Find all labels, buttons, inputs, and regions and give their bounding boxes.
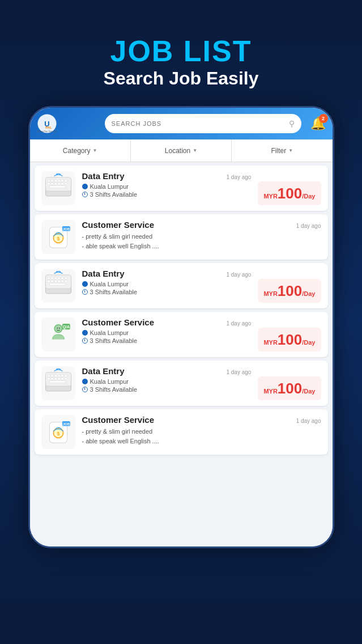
svg-rect-33 xyxy=(51,280,53,282)
svg-rect-8 xyxy=(54,180,57,181)
svg-rect-34 xyxy=(54,280,57,282)
shifts-text: 3 Shifts Available xyxy=(90,337,138,344)
svg-rect-27 xyxy=(51,277,53,279)
phone-mockup: U PAL Instant Part Time Job ⚲ 🔔 2 Catego… xyxy=(28,106,334,548)
category-filter[interactable]: Category ▼ xyxy=(30,139,131,162)
svg-text:Instant Part Time Job: Instant Part Time Job xyxy=(37,130,57,133)
job-info: Data Entry 1 day ago Kuala Lumpur 3 Shif… xyxy=(82,366,252,393)
job-shifts: 3 Shifts Available xyxy=(82,337,252,344)
svg-rect-6 xyxy=(47,180,49,181)
job-card[interactable]: Q/A Customer Service 1 day ago Kuala Lum… xyxy=(35,312,328,357)
svg-text:JOB: JOB xyxy=(62,227,70,231)
location-pin-icon xyxy=(82,379,88,384)
job-title-row: Customer Service 1 day ago xyxy=(82,415,321,427)
location-text: Kuala Lumpur xyxy=(90,183,129,190)
job-shifts: 3 Shifts Available xyxy=(82,386,252,393)
price-currency: MYR xyxy=(263,193,277,200)
svg-rect-16 xyxy=(61,183,63,184)
svg-rect-58 xyxy=(49,381,65,383)
svg-rect-54 xyxy=(54,378,57,379)
hero-title: JOB LIST xyxy=(104,34,259,68)
price-per: /Day xyxy=(302,339,315,346)
job-card[interactable]: Data Entry 1 day ago Kuala Lumpur 3 Shif… xyxy=(35,166,328,211)
job-location: Kuala Lumpur xyxy=(82,281,252,287)
job-info: Data Entry 1 day ago Kuala Lumpur 3 Shif… xyxy=(82,171,252,198)
price-amount: 100 xyxy=(278,185,302,202)
job-time: 1 day ago xyxy=(226,272,251,278)
job-card[interactable]: $ JOB Customer Service 1 day ago - prett… xyxy=(35,409,328,455)
svg-rect-55 xyxy=(58,378,60,379)
job-location: Kuala Lumpur xyxy=(82,183,252,190)
location-filter[interactable]: Location ▼ xyxy=(131,139,232,162)
price-box: MYR100/Day xyxy=(258,328,321,351)
svg-rect-57 xyxy=(65,378,67,379)
desc-line2: - able speak well English .... xyxy=(82,242,321,251)
category-arrow: ▼ xyxy=(93,148,97,153)
svg-text:$: $ xyxy=(57,431,59,437)
svg-rect-49 xyxy=(58,375,60,376)
job-icon xyxy=(41,171,75,205)
svg-point-40 xyxy=(57,328,58,329)
search-input[interactable] xyxy=(112,120,286,127)
svg-point-39 xyxy=(54,325,62,333)
price-currency: MYR xyxy=(263,339,277,346)
location-pin-icon xyxy=(82,330,88,336)
svg-rect-17 xyxy=(65,183,67,184)
search-icon: ⚲ xyxy=(289,119,295,128)
filter-label: Filter xyxy=(271,147,287,155)
job-info: Customer Service 1 day ago - pretty & sl… xyxy=(82,415,321,446)
logo: U PAL Instant Part Time Job xyxy=(37,113,99,134)
job-card[interactable]: Data Entry 1 day ago Kuala Lumpur 3 Shif… xyxy=(35,361,328,406)
job-card[interactable]: $ JOB Customer Service 1 day ago - prett… xyxy=(35,214,328,260)
price-box: MYR100/Day xyxy=(258,279,321,303)
search-bar[interactable]: ⚲ xyxy=(105,114,301,133)
svg-rect-48 xyxy=(54,375,57,376)
job-icon: Q/A xyxy=(41,317,75,351)
job-card[interactable]: Data Entry 1 day ago Kuala Lumpur 3 Shif… xyxy=(35,263,328,308)
svg-rect-10 xyxy=(61,180,63,181)
job-title: Data Entry xyxy=(82,269,125,278)
location-text: Kuala Lumpur xyxy=(90,329,129,336)
logo-icon: U PAL Instant Part Time Job xyxy=(37,113,57,134)
clock-icon xyxy=(82,338,88,344)
shifts-text: 3 Shifts Available xyxy=(90,289,138,295)
job-location: Kuala Lumpur xyxy=(82,329,252,336)
location-label: Location xyxy=(165,147,190,155)
location-pin-icon xyxy=(82,184,88,189)
svg-text:Q/A: Q/A xyxy=(62,325,69,329)
svg-rect-56 xyxy=(61,378,63,379)
svg-rect-7 xyxy=(51,180,53,181)
price-amount: 100 xyxy=(278,331,302,348)
location-arrow: ▼ xyxy=(193,148,197,153)
job-title-row: Data Entry 1 day ago xyxy=(82,269,252,281)
svg-rect-14 xyxy=(54,183,57,184)
job-title-row: Data Entry 1 day ago xyxy=(82,366,252,378)
hero-subtitle: Search Job Easily xyxy=(104,68,259,89)
job-icon xyxy=(41,366,75,400)
job-title: Customer Service xyxy=(82,317,155,327)
clock-icon xyxy=(82,387,88,392)
job-title-row: Data Entry 1 day ago xyxy=(82,171,252,183)
desc-line1: - pretty & slim girl needed xyxy=(82,427,321,437)
svg-rect-52 xyxy=(47,378,49,379)
job-title: Customer Service xyxy=(82,220,155,230)
filter-filter[interactable]: Filter ▼ xyxy=(232,139,332,162)
svg-point-41 xyxy=(58,328,59,329)
job-list: Data Entry 1 day ago Kuala Lumpur 3 Shif… xyxy=(30,162,333,548)
job-shifts: 3 Shifts Available xyxy=(82,289,252,295)
job-icon: $ JOB xyxy=(41,220,75,254)
shifts-text: 3 Shifts Available xyxy=(90,191,138,198)
app-navbar: U PAL Instant Part Time Job ⚲ 🔔 2 xyxy=(30,108,333,139)
notification-bell[interactable]: 🔔 2 xyxy=(310,116,326,131)
clock-icon xyxy=(82,289,88,295)
job-time: 1 day ago xyxy=(296,223,321,229)
svg-rect-38 xyxy=(49,283,65,285)
filter-arrow: ▼ xyxy=(288,148,293,153)
job-title: Data Entry xyxy=(82,171,125,181)
location-text: Kuala Lumpur xyxy=(90,378,129,385)
job-shifts: 3 Shifts Available xyxy=(82,191,252,198)
svg-rect-30 xyxy=(61,277,63,279)
svg-rect-11 xyxy=(65,180,67,181)
svg-text:PAL: PAL xyxy=(45,126,52,129)
svg-rect-53 xyxy=(51,378,53,379)
